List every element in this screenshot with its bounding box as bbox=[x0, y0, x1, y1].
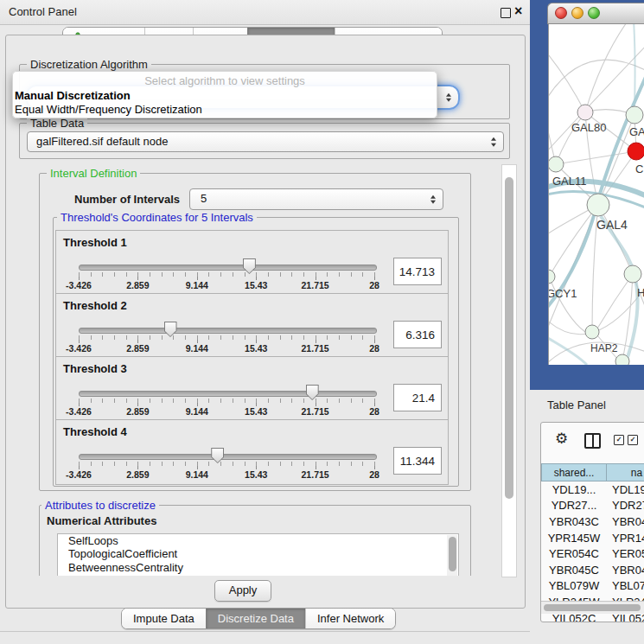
network-node-c[interactable] bbox=[628, 143, 644, 160]
node-label: HAP2 bbox=[590, 342, 618, 354]
node-label: H bbox=[637, 286, 644, 299]
threshold-1-label: Threshold 1 bbox=[63, 236, 127, 249]
cell-shared-name[interactable]: YER054C bbox=[541, 545, 607, 562]
threshold-3-label: Threshold 3 bbox=[63, 362, 127, 375]
network-node-gcy1[interactable] bbox=[549, 270, 555, 284]
panel-scrollbar[interactable] bbox=[501, 164, 517, 577]
cell-shared-name[interactable]: YDL19... bbox=[541, 481, 607, 498]
cell-name[interactable]: YER054C bbox=[607, 545, 644, 562]
cell-shared-name[interactable]: YPR145W bbox=[541, 530, 607, 546]
table-panel: Table Panel ⚙ ✓ ✓ shared... na YDL19...Y… bbox=[530, 390, 644, 644]
combo-arrows-icon bbox=[430, 194, 436, 204]
cell-name[interactable]: YDL19... bbox=[607, 481, 644, 498]
checkbox-icon[interactable]: ✓ bbox=[614, 435, 624, 445]
tab-impute-data[interactable]: Impute Data bbox=[122, 609, 206, 628]
close-panel-icon[interactable]: × bbox=[514, 3, 522, 20]
threshold-2-slider[interactable] bbox=[79, 328, 377, 334]
cell-name[interactable]: YBR045C bbox=[607, 562, 644, 578]
threshold-3-value-field[interactable]: 21.4 bbox=[393, 384, 442, 411]
gear-icon[interactable]: ⚙ bbox=[555, 430, 568, 448]
network-node-h[interactable] bbox=[624, 265, 641, 283]
table-hscrollbar-thumb[interactable] bbox=[544, 604, 641, 611]
tick-label: 21.715 bbox=[302, 406, 329, 417]
threshold-2-panel: Threshold 2 -3.4262.8599.14415.4321.7152… bbox=[55, 293, 449, 359]
threshold-1-panel: Threshold 1 -3.4262.8599.14415.4321.7152… bbox=[55, 230, 449, 296]
slider-ticks bbox=[79, 335, 376, 340]
table-row[interactable]: YBR045CYBR045C bbox=[541, 562, 644, 578]
cell-shared-name[interactable]: YBR043C bbox=[541, 513, 607, 530]
tab-infer-network-label: Infer Network bbox=[317, 612, 384, 625]
columns-icon[interactable] bbox=[584, 433, 601, 449]
tick-label: 9.144 bbox=[186, 406, 208, 417]
discretization-algorithm-label: Discretization Algorithm bbox=[27, 58, 151, 71]
threshold-2-value-field[interactable]: 6.316 bbox=[393, 321, 442, 348]
cell-shared-name[interactable]: YBR045C bbox=[541, 562, 607, 578]
tick-label: 2.859 bbox=[126, 343, 149, 354]
cell-shared-name[interactable]: YDR27... bbox=[541, 498, 607, 514]
cell-shared-name[interactable]: YBL079W bbox=[541, 578, 607, 595]
threshold-3-panel: Threshold 3 -3.4262.8599.14415.4321.7152… bbox=[55, 356, 449, 422]
threshold-1-slider[interactable] bbox=[79, 265, 377, 271]
network-node[interactable] bbox=[615, 354, 629, 365]
tick-label: 2.859 bbox=[126, 469, 149, 480]
cell-name[interactable]: YDR27... bbox=[607, 498, 644, 514]
table-row[interactable]: YPR145WYPR145W bbox=[541, 530, 644, 546]
apply-button[interactable]: Apply bbox=[214, 580, 271, 602]
table-browser: ⚙ ✓ ✓ shared... na YDL19...YDL19...YDR27… bbox=[540, 422, 644, 622]
table-data-combobox[interactable]: galFiltered.sif default node bbox=[27, 131, 504, 152]
settings-scroll-area: Interval Definition Number of Intervals … bbox=[12, 166, 501, 576]
panel-title: Control Panel bbox=[9, 5, 77, 18]
slider-ticks bbox=[79, 399, 376, 403]
table-row[interactable]: YBR043CYBR043C bbox=[541, 513, 644, 530]
threshold-3-slider[interactable] bbox=[79, 391, 377, 397]
cell-name[interactable]: YBR043C bbox=[607, 513, 644, 530]
tick-label: -3.426 bbox=[66, 343, 92, 354]
table-row[interactable]: YDR27...YDR27... bbox=[541, 498, 644, 514]
network-view-canvas[interactable]: GAL80GACGAL11GAL4GCY1HHAP2 bbox=[548, 24, 644, 365]
thresholds-group-label: Threshold's Coordinates for 5 Intervals bbox=[57, 211, 257, 224]
table-horizontal-scrollbar[interactable] bbox=[541, 601, 644, 614]
number-of-intervals-combobox[interactable]: 5 bbox=[189, 188, 443, 210]
table-data-label: Table Data bbox=[27, 117, 87, 130]
list-scrollbar[interactable] bbox=[447, 535, 457, 576]
network-window-titlebar[interactable] bbox=[547, 3, 644, 24]
tick-label: 28 bbox=[369, 343, 379, 354]
tick-label: 9.144 bbox=[186, 469, 208, 480]
column-header-name[interactable]: na bbox=[607, 463, 644, 481]
cell-name[interactable]: YPR145W bbox=[607, 530, 644, 546]
table-row[interactable]: YER054CYER054C bbox=[541, 545, 644, 562]
checkbox-icon[interactable]: ✓ bbox=[628, 435, 638, 445]
threshold-4-value-field[interactable]: 11.344 bbox=[393, 447, 442, 475]
threshold-2-label: Threshold 2 bbox=[63, 299, 127, 312]
table-data-group: Table Data galFiltered.sif default node bbox=[19, 123, 510, 159]
attributes-group-label: Attributes to discretize bbox=[41, 499, 159, 512]
float-panel-icon[interactable] bbox=[501, 8, 511, 18]
threshold-4-slider[interactable] bbox=[79, 454, 377, 460]
dropdown-item-equal-width-frequency[interactable]: Equal Width/Frequency Discretization bbox=[13, 103, 437, 117]
list-item[interactable]: SelfLoops bbox=[58, 534, 458, 547]
column-header-shared-name[interactable]: shared... bbox=[541, 463, 607, 481]
cell-name[interactable]: YBL079W bbox=[607, 578, 644, 595]
tick-label: 2.859 bbox=[126, 280, 149, 290]
tab-infer-network[interactable]: Infer Network bbox=[305, 609, 395, 628]
list-item[interactable]: BetweennessCentrality bbox=[58, 561, 458, 574]
window-zoom-icon[interactable] bbox=[588, 7, 600, 19]
tick-label: 28 bbox=[369, 469, 379, 480]
threshold-1-value-field[interactable]: 14.713 bbox=[393, 258, 442, 285]
network-node-gal80[interactable] bbox=[577, 105, 593, 120]
window-close-icon[interactable] bbox=[555, 7, 567, 19]
network-node-gal11[interactable] bbox=[549, 156, 564, 172]
node-label: GAL80 bbox=[571, 121, 606, 134]
tab-discretize-data[interactable]: Discretize Data bbox=[206, 609, 305, 628]
attributes-group: Attributes to discretize Numerical Attri… bbox=[39, 505, 471, 576]
list-item[interactable]: TopologicalCoefficient bbox=[58, 547, 458, 560]
table-row[interactable]: YBL079WYBL079W bbox=[541, 578, 644, 595]
table-row[interactable]: YDL19...YDL19... bbox=[541, 481, 644, 498]
panel-scrollbar-thumb[interactable] bbox=[505, 177, 513, 499]
numerical-attributes-list[interactable]: SelfLoops TopologicalCoefficient Between… bbox=[57, 533, 459, 576]
network-node-hap2[interactable] bbox=[585, 325, 599, 339]
network-node-gal4[interactable] bbox=[587, 194, 609, 216]
dropdown-item-manual-discretization[interactable]: Manual Discretization bbox=[13, 89, 437, 103]
network-node-ga[interactable] bbox=[626, 106, 643, 124]
window-minimize-icon[interactable] bbox=[571, 7, 583, 19]
